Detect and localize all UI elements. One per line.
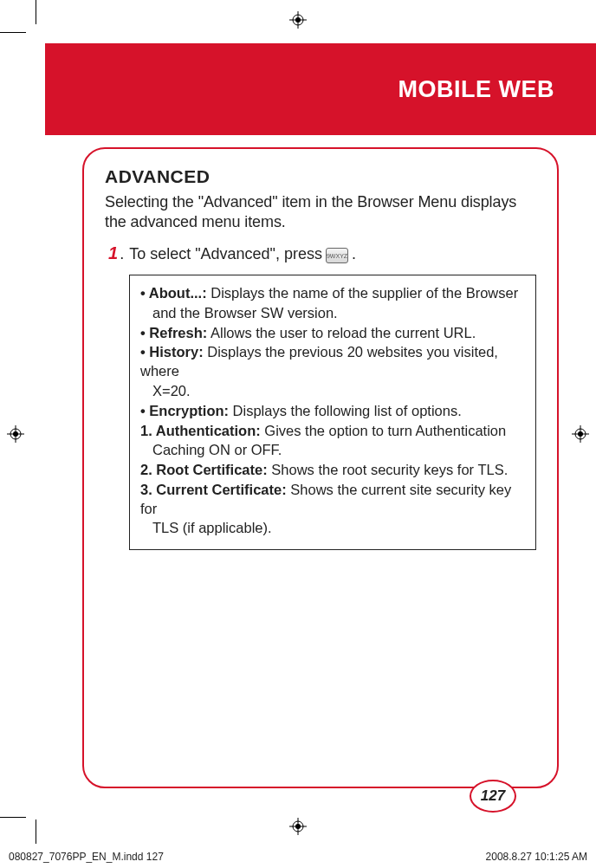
option-auth: 1. Authentication: Gives the option to t… bbox=[140, 422, 525, 441]
option-about: • About...: Displays the name of the sup… bbox=[140, 284, 525, 303]
step-number: 1 bbox=[108, 242, 118, 264]
option-lead: • About...: bbox=[140, 285, 207, 301]
option-lead: • History: bbox=[140, 344, 204, 360]
option-current: 3. Current Certificate: Shows the curren… bbox=[140, 481, 525, 519]
step-text: To select "Advanced", press 9WXYZ . bbox=[129, 244, 356, 264]
section-heading: ADVANCED bbox=[105, 166, 536, 187]
crop-mark bbox=[36, 0, 36, 24]
option-lead: 1. Authentication: bbox=[140, 423, 261, 438]
step-before: To select "Advanced", press bbox=[129, 244, 322, 264]
step-after: . bbox=[352, 244, 356, 264]
crop-mark bbox=[0, 32, 26, 33]
step-1: 1 . To select "Advanced", press 9WXYZ . bbox=[105, 242, 536, 264]
page-number-badge: 127 bbox=[470, 780, 516, 813]
registration-mark-icon bbox=[572, 425, 589, 443]
intro-text: Selecting the "Advanced" item in the Bro… bbox=[105, 192, 536, 233]
crop-mark bbox=[36, 819, 36, 844]
registration-mark-icon bbox=[289, 11, 307, 29]
option-text: Shows the root security keys for TLS. bbox=[268, 462, 509, 477]
option-refresh: • Refresh: Allows the user to reload the… bbox=[140, 324, 525, 343]
footer-file: 080827_7076PP_EN_M.indd 127 bbox=[9, 851, 164, 863]
option-lead: 2. Root Certificate: bbox=[140, 462, 268, 477]
option-text: Displays the following list of options. bbox=[229, 403, 462, 418]
option-current-cont: TLS (if applicable). bbox=[140, 519, 525, 538]
registration-mark-icon bbox=[7, 425, 24, 443]
option-lead: • Encryption: bbox=[140, 403, 229, 418]
options-box: • About...: Displays the name of the sup… bbox=[129, 275, 536, 550]
registration-mark-icon bbox=[289, 818, 307, 835]
page-title: MOBILE WEB bbox=[398, 76, 555, 103]
header-banner: MOBILE WEB bbox=[45, 43, 596, 135]
option-text: Allows the user to reload the current UR… bbox=[207, 325, 476, 340]
footer-timestamp: 2008.8.27 10:1:25 AM bbox=[486, 851, 587, 863]
option-history: • History: Displays the previous 20 webs… bbox=[140, 343, 525, 381]
option-root: 2. Root Certificate: Shows the root secu… bbox=[140, 461, 525, 480]
option-about-cont: and the Browser SW version. bbox=[140, 304, 525, 323]
crop-mark bbox=[0, 817, 26, 818]
option-auth-cont: Caching ON or OFF. bbox=[140, 441, 525, 460]
option-lead: • Refresh: bbox=[140, 325, 207, 340]
keypad-9-icon: 9WXYZ bbox=[326, 248, 348, 263]
step-dot: . bbox=[120, 244, 124, 264]
option-lead: 3. Current Certificate: bbox=[140, 482, 287, 497]
print-footer: 080827_7076PP_EN_M.indd 127 2008.8.27 10… bbox=[0, 851, 596, 863]
option-text: Gives the option to turn Authentication bbox=[261, 423, 506, 438]
content-card: ADVANCED Selecting the "Advanced" item i… bbox=[82, 147, 559, 788]
option-text: Displays the name of the supplier of the… bbox=[207, 285, 519, 301]
option-history-cont: X=20. bbox=[140, 382, 525, 401]
option-encryption: • Encryption: Displays the following lis… bbox=[140, 402, 525, 421]
